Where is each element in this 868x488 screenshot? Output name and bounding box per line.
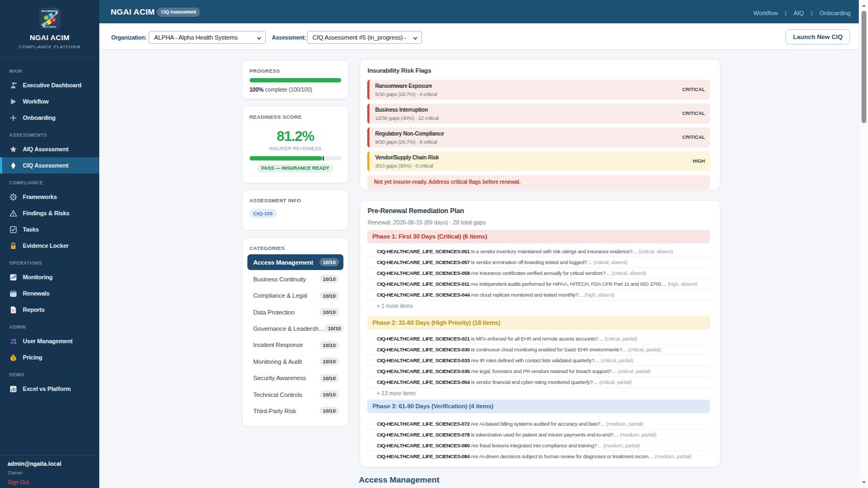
svg-text:NEXT-DIMENSIONAL: NEXT-DIMENSIONAL (41, 10, 58, 12)
svg-text:SOFTWARE: SOFTWARE (43, 26, 55, 28)
svg-text:$: $ (12, 356, 15, 361)
